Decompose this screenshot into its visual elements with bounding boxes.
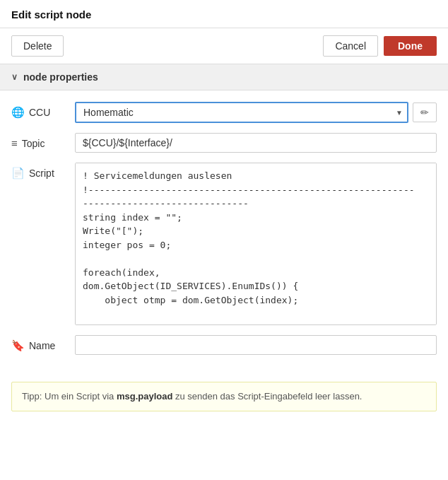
page-title: Edit script node <box>11 8 91 21</box>
toolbar: Delete Cancel Done <box>0 28 448 64</box>
script-row: 📄 Script <box>11 163 437 325</box>
tip-suffix: zu senden das Script-Eingabefeld leer la… <box>172 391 362 402</box>
name-label: 🔖 Name <box>11 335 75 352</box>
done-button[interactable]: Done <box>384 36 437 56</box>
form-body: 🌐 CCU Homematic ✏ ≡ Topic 📄 Script <box>0 90 448 376</box>
name-label-text: Name <box>29 340 55 351</box>
name-row: 🔖 Name <box>11 335 437 355</box>
ccu-edit-button[interactable]: ✏ <box>413 103 437 122</box>
script-label: 📄 Script <box>11 163 75 180</box>
ccu-label-text: CCU <box>29 107 50 118</box>
ccu-label: 🌐 CCU <box>11 102 75 119</box>
tip-highlight: msg.payload <box>117 391 172 402</box>
script-icon: 📄 <box>11 167 25 180</box>
topic-row: ≡ Topic <box>11 133 437 153</box>
script-label-text: Script <box>29 168 54 179</box>
ccu-icon: 🌐 <box>11 106 25 119</box>
topic-icon: ≡ <box>11 137 18 149</box>
tip-box: Tipp: Um ein Script via msg.payload zu s… <box>11 382 437 411</box>
topic-label-text: Topic <box>22 138 45 149</box>
cancel-button[interactable]: Cancel <box>323 35 378 57</box>
topic-input[interactable] <box>75 133 437 153</box>
section-title: node properties <box>23 71 98 83</box>
delete-button[interactable]: Delete <box>11 35 64 57</box>
chevron-icon: ∨ <box>11 72 18 82</box>
section-header[interactable]: ∨ node properties <box>0 64 448 90</box>
topic-label: ≡ Topic <box>11 133 75 149</box>
ccu-select[interactable]: Homematic <box>75 102 408 123</box>
bookmark-icon: 🔖 <box>11 339 25 352</box>
header: Edit script node <box>0 0 448 28</box>
edit-icon: ✏ <box>420 107 429 118</box>
name-input[interactable] <box>75 335 437 355</box>
script-editor[interactable] <box>76 163 436 324</box>
tip-prefix: Tipp: Um ein Script via <box>22 391 117 402</box>
ccu-row: 🌐 CCU Homematic ✏ <box>11 102 437 123</box>
